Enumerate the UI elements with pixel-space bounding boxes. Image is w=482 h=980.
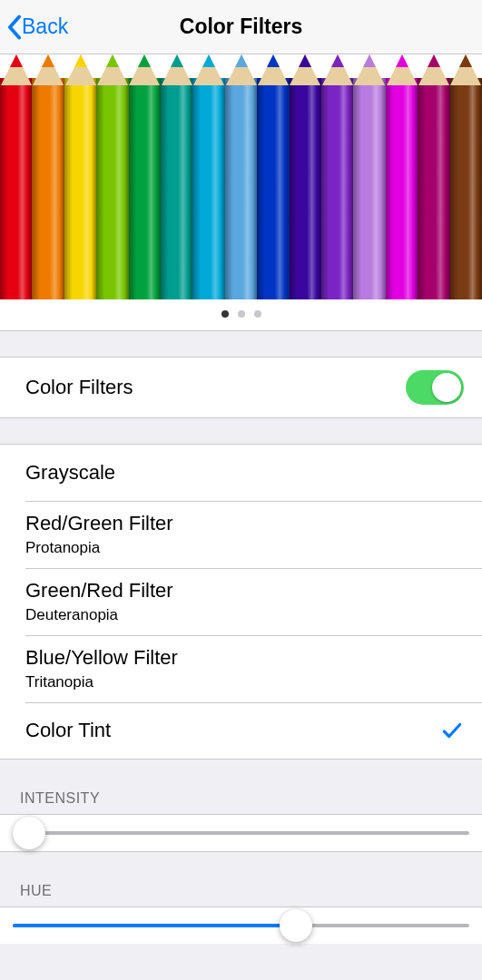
pencil bbox=[290, 54, 321, 299]
hue-slider[interactable] bbox=[13, 924, 469, 927]
pencil bbox=[257, 54, 289, 299]
chevron-left-icon bbox=[7, 15, 22, 40]
pencil bbox=[418, 54, 449, 299]
pencil bbox=[0, 54, 32, 299]
filter-title: Green/Red Filter bbox=[25, 579, 464, 603]
page-dot[interactable] bbox=[254, 310, 261, 318]
filter-option[interactable]: Red/Green FilterProtanopia bbox=[0, 501, 482, 568]
filter-option[interactable]: Grayscale bbox=[0, 445, 482, 501]
filter-option[interactable]: Color Tint bbox=[0, 702, 482, 759]
hue-section: HUE bbox=[0, 852, 482, 944]
intensity-slider-row bbox=[0, 814, 482, 852]
pencils-image[interactable] bbox=[0, 54, 482, 299]
filter-title: Grayscale bbox=[25, 461, 464, 485]
pencil bbox=[321, 54, 353, 299]
page-title: Color Filters bbox=[0, 15, 482, 39]
nav-bar: Back Color Filters bbox=[0, 0, 482, 54]
pencil bbox=[32, 54, 64, 299]
page-dot[interactable] bbox=[221, 310, 229, 318]
intensity-header: INTENSITY bbox=[0, 760, 482, 814]
toggle-label: Color Filters bbox=[25, 376, 406, 399]
color-filters-toggle-row: Color Filters bbox=[0, 358, 482, 417]
intensity-slider[interactable] bbox=[13, 831, 469, 835]
pencil bbox=[129, 54, 161, 299]
filter-option[interactable]: Blue/Yellow FilterTritanopia bbox=[0, 635, 482, 702]
pencil bbox=[161, 54, 192, 299]
page-indicator[interactable] bbox=[0, 299, 482, 330]
pencil bbox=[386, 54, 418, 299]
pencil bbox=[225, 54, 257, 299]
filter-subtitle: Tritanopia bbox=[25, 673, 464, 691]
filter-subtitle: Protanopia bbox=[25, 539, 464, 557]
check-icon bbox=[440, 719, 464, 742]
filter-subtitle: Deuteranopia bbox=[25, 606, 464, 624]
pencil bbox=[450, 54, 482, 299]
pencil bbox=[192, 54, 224, 299]
filter-title: Color Tint bbox=[25, 719, 440, 742]
intensity-thumb[interactable] bbox=[13, 817, 45, 849]
pencil bbox=[96, 54, 128, 299]
filter-options-group: GrayscaleRed/Green FilterProtanopiaGreen… bbox=[0, 444, 482, 760]
preview-panel bbox=[0, 54, 482, 331]
hue-thumb[interactable] bbox=[280, 909, 312, 942]
filter-title: Blue/Yellow Filter bbox=[25, 646, 464, 670]
hue-header: HUE bbox=[0, 852, 482, 906]
color-filters-switch[interactable] bbox=[406, 370, 464, 405]
pencil bbox=[353, 54, 385, 299]
pencil bbox=[64, 54, 96, 299]
toggle-group: Color Filters bbox=[0, 357, 482, 418]
intensity-section: INTENSITY bbox=[0, 760, 482, 852]
back-label: Back bbox=[22, 15, 68, 39]
back-button[interactable]: Back bbox=[0, 15, 68, 40]
page-dot[interactable] bbox=[238, 310, 245, 318]
filter-title: Red/Green Filter bbox=[25, 512, 464, 535]
filter-option[interactable]: Green/Red FilterDeuteranopia bbox=[0, 568, 482, 635]
hue-slider-row bbox=[0, 906, 482, 944]
